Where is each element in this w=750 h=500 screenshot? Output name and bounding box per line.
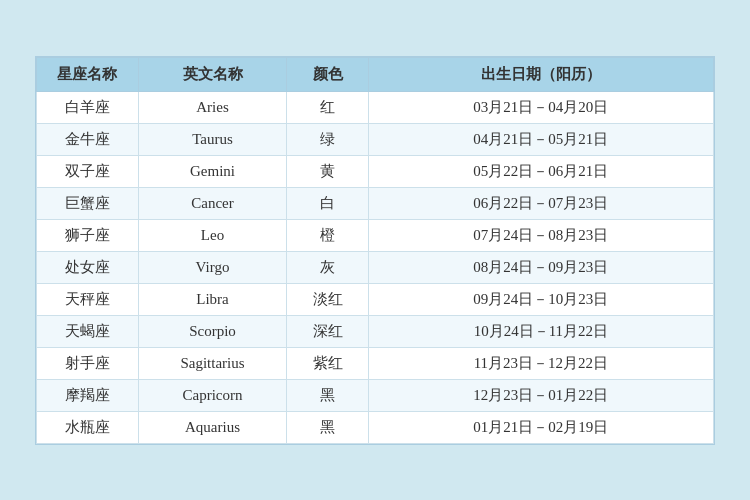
table-row: 处女座Virgo灰08月24日－09月23日: [37, 251, 714, 283]
cell-color: 淡红: [287, 283, 368, 315]
cell-date: 04月21日－05月21日: [368, 123, 713, 155]
cell-zh: 金牛座: [37, 123, 139, 155]
header-date: 出生日期（阳历）: [368, 57, 713, 91]
table-row: 天秤座Libra淡红09月24日－10月23日: [37, 283, 714, 315]
cell-en: Cancer: [138, 187, 287, 219]
cell-zh: 天蝎座: [37, 315, 139, 347]
cell-color: 红: [287, 91, 368, 123]
cell-en: Aries: [138, 91, 287, 123]
cell-zh: 天秤座: [37, 283, 139, 315]
cell-date: 05月22日－06月21日: [368, 155, 713, 187]
cell-color: 橙: [287, 219, 368, 251]
cell-date: 11月23日－12月22日: [368, 347, 713, 379]
header-zh: 星座名称: [37, 57, 139, 91]
cell-color: 灰: [287, 251, 368, 283]
table-row: 摩羯座Capricorn黑12月23日－01月22日: [37, 379, 714, 411]
cell-zh: 射手座: [37, 347, 139, 379]
table-row: 巨蟹座Cancer白06月22日－07月23日: [37, 187, 714, 219]
zodiac-table: 星座名称 英文名称 颜色 出生日期（阳历） 白羊座Aries红03月21日－04…: [36, 57, 714, 444]
table-row: 天蝎座Scorpio深红10月24日－11月22日: [37, 315, 714, 347]
cell-zh: 水瓶座: [37, 411, 139, 443]
cell-en: Aquarius: [138, 411, 287, 443]
cell-color: 白: [287, 187, 368, 219]
table-header-row: 星座名称 英文名称 颜色 出生日期（阳历）: [37, 57, 714, 91]
header-color: 颜色: [287, 57, 368, 91]
cell-color: 黑: [287, 379, 368, 411]
cell-date: 01月21日－02月19日: [368, 411, 713, 443]
table-row: 水瓶座Aquarius黑01月21日－02月19日: [37, 411, 714, 443]
cell-en: Capricorn: [138, 379, 287, 411]
table-row: 金牛座Taurus绿04月21日－05月21日: [37, 123, 714, 155]
cell-date: 08月24日－09月23日: [368, 251, 713, 283]
cell-date: 06月22日－07月23日: [368, 187, 713, 219]
cell-en: Leo: [138, 219, 287, 251]
table-row: 射手座Sagittarius紫红11月23日－12月22日: [37, 347, 714, 379]
cell-en: Libra: [138, 283, 287, 315]
cell-color: 深红: [287, 315, 368, 347]
cell-date: 07月24日－08月23日: [368, 219, 713, 251]
cell-date: 12月23日－01月22日: [368, 379, 713, 411]
cell-en: Scorpio: [138, 315, 287, 347]
cell-color: 紫红: [287, 347, 368, 379]
cell-en: Gemini: [138, 155, 287, 187]
cell-en: Sagittarius: [138, 347, 287, 379]
cell-color: 黄: [287, 155, 368, 187]
cell-zh: 白羊座: [37, 91, 139, 123]
header-en: 英文名称: [138, 57, 287, 91]
cell-color: 绿: [287, 123, 368, 155]
cell-en: Virgo: [138, 251, 287, 283]
table-body: 白羊座Aries红03月21日－04月20日金牛座Taurus绿04月21日－0…: [37, 91, 714, 443]
cell-zh: 巨蟹座: [37, 187, 139, 219]
cell-color: 黑: [287, 411, 368, 443]
cell-zh: 摩羯座: [37, 379, 139, 411]
table-row: 白羊座Aries红03月21日－04月20日: [37, 91, 714, 123]
cell-zh: 双子座: [37, 155, 139, 187]
cell-zh: 处女座: [37, 251, 139, 283]
cell-zh: 狮子座: [37, 219, 139, 251]
cell-date: 03月21日－04月20日: [368, 91, 713, 123]
cell-en: Taurus: [138, 123, 287, 155]
cell-date: 09月24日－10月23日: [368, 283, 713, 315]
cell-date: 10月24日－11月22日: [368, 315, 713, 347]
table-row: 双子座Gemini黄05月22日－06月21日: [37, 155, 714, 187]
zodiac-table-wrapper: 星座名称 英文名称 颜色 出生日期（阳历） 白羊座Aries红03月21日－04…: [35, 56, 715, 445]
table-row: 狮子座Leo橙07月24日－08月23日: [37, 219, 714, 251]
